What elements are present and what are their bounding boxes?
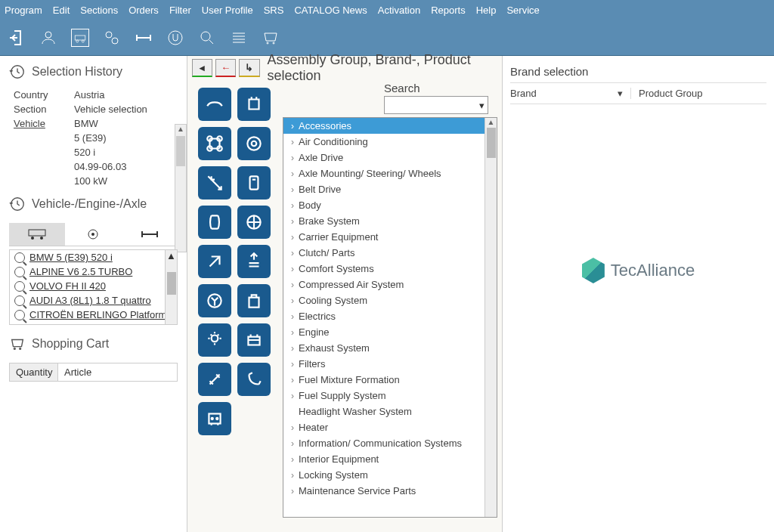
search-input[interactable]: ▾ <box>384 96 488 114</box>
assembly-row[interactable]: ›Cooling System <box>283 292 497 308</box>
wheel-icon[interactable] <box>237 127 271 160</box>
calendar-icon[interactable] <box>198 402 231 435</box>
nav-first[interactable]: ◂ <box>192 59 212 77</box>
assembly-row[interactable]: ›Fuel Mixture Formation <box>283 372 497 388</box>
sparkplug-icon[interactable] <box>198 363 231 396</box>
sidebar: Selection History CountryAustriaSectionV… <box>0 56 187 532</box>
vehicle-row[interactable]: ALPINE V6 2.5 TURBO <box>10 264 177 279</box>
assembly-row[interactable]: ›Fuel Supply System <box>283 388 497 404</box>
menu-orders[interactable]: Orders <box>128 5 159 16</box>
light-icon[interactable] <box>198 323 231 357</box>
assembly-row[interactable]: ›Axle Mounting/ Steering/ Wheels <box>283 165 497 181</box>
assembly-row[interactable]: ›Exhaust System <box>283 340 497 356</box>
vehicle-row[interactable]: AUDI A3 (8L1) 1.8 T quattro <box>10 293 177 308</box>
assembly-row[interactable]: ›Body <box>283 197 497 213</box>
assembly-row[interactable]: ›Engine <box>283 324 497 340</box>
wiper-icon[interactable] <box>198 166 231 200</box>
list-icon[interactable] <box>230 29 248 47</box>
assembly-list: ›Accessories›Air Conditioning›Axle Drive… <box>283 117 497 518</box>
assembly-row[interactable]: ›Clutch/ Parts <box>283 245 497 261</box>
u-icon[interactable] <box>166 29 184 47</box>
vehicle-row[interactable]: BMW 5 (E39) 520 i <box>10 250 177 264</box>
menu-activation[interactable]: Activation <box>378 5 420 16</box>
menu-program[interactable]: Program <box>5 5 42 16</box>
search-icon[interactable] <box>198 29 216 47</box>
svg-point-0 <box>45 32 51 38</box>
col-product[interactable]: Product Group <box>631 88 703 99</box>
vehicle-row[interactable]: CITROËN BERLINGO Platform/ <box>10 308 177 322</box>
seat-icon[interactable] <box>237 284 271 317</box>
brake-icon[interactable] <box>237 206 271 239</box>
assembly-row[interactable]: ›Electrics <box>283 308 497 324</box>
steering-icon[interactable] <box>198 284 231 317</box>
history-row: SectionVehicle selection <box>0 102 187 116</box>
suspension-icon[interactable] <box>198 206 231 239</box>
menu-filter[interactable]: Filter <box>169 5 191 16</box>
vea-header: Vehicle-/Engine-/Axle <box>0 188 187 220</box>
menu-reports[interactable]: Reports <box>431 5 466 16</box>
menu-srs[interactable]: SRS <box>264 5 284 16</box>
exit-icon[interactable] <box>8 29 26 47</box>
assembly-row[interactable]: ›Interior Equipment <box>283 451 497 467</box>
chassis-icon[interactable] <box>198 127 231 160</box>
fuel-icon[interactable] <box>237 166 271 200</box>
svg-point-23 <box>212 336 218 342</box>
breadcrumb: Assembly Group, Brand-, Product selectio… <box>268 52 502 84</box>
assembly-row[interactable]: ›Belt Drive <box>283 181 497 197</box>
body-icon[interactable] <box>198 88 231 121</box>
tab-axle[interactable] <box>122 223 178 246</box>
battery-icon[interactable] <box>237 323 271 357</box>
assembly-row[interactable]: ›Compressed Air System <box>283 277 497 292</box>
vehicle-row[interactable]: VOLVO FH II 420 <box>10 279 177 293</box>
svg-point-12 <box>91 233 94 236</box>
cart-columns: Quantity Article <box>9 363 178 382</box>
assembly-row[interactable]: ›Air Conditioning <box>283 134 497 150</box>
history-row: CountryAustria <box>0 88 187 102</box>
axle-icon[interactable] <box>135 29 153 47</box>
assembly-row[interactable]: ›Comfort Systems <box>283 261 497 277</box>
vehicle-icon[interactable] <box>71 29 89 47</box>
assembly-row[interactable]: ›Locking System <box>283 467 497 483</box>
assembly-row[interactable]: ›Accessories <box>283 118 497 134</box>
svg-rect-19 <box>250 176 259 189</box>
user-icon[interactable] <box>39 29 57 47</box>
ac-icon[interactable] <box>237 245 271 278</box>
menu-sections[interactable]: Sections <box>80 5 118 16</box>
assembly-row[interactable]: ›Heater <box>283 419 497 435</box>
assembly-row[interactable]: ›Maintenance Service Parts <box>283 483 497 499</box>
menu-edit[interactable]: Edit <box>53 5 70 16</box>
scrollbar[interactable]: ▲ <box>485 118 497 517</box>
menu-user-profile[interactable]: User Profile <box>202 5 253 16</box>
scrollbar[interactable]: ▲ <box>175 124 187 252</box>
svg-point-4 <box>106 32 112 38</box>
svg-point-5 <box>112 38 118 44</box>
tab-engine[interactable] <box>65 223 121 246</box>
gears-icon[interactable] <box>103 29 121 47</box>
tab-vehicle[interactable] <box>9 223 65 246</box>
category-grid <box>187 80 278 532</box>
assembly-row[interactable]: ›Brake System <box>283 213 497 229</box>
history-header: Selection History <box>0 56 187 88</box>
assembly-row[interactable]: ›Headlight Washer System <box>283 404 497 419</box>
assembly-row[interactable]: ›Filters <box>283 356 497 372</box>
history-row: 520 i <box>0 145 187 159</box>
engine-icon[interactable] <box>237 88 271 121</box>
assembly-row[interactable]: ›Axle Drive <box>283 150 497 165</box>
menu-help[interactable]: Help <box>476 5 497 16</box>
assembly-row[interactable]: ›Carrier Equipment <box>283 229 497 245</box>
cart-icon[interactable] <box>262 29 280 47</box>
scrollbar[interactable]: ▲ <box>165 250 177 324</box>
nav-back[interactable]: ← <box>215 59 236 77</box>
nav-forward[interactable]: ↳ <box>239 59 259 77</box>
col-brand[interactable]: Brand▾ <box>510 88 631 99</box>
menu-service[interactable]: Service <box>506 5 539 16</box>
assembly-row[interactable]: ›Information/ Communication Systems <box>283 435 497 451</box>
search-label: Search <box>278 82 497 94</box>
menu-catalog-news[interactable]: CATALOG News <box>294 5 367 16</box>
tool-icon[interactable] <box>198 245 231 278</box>
exhaust-icon[interactable] <box>237 363 271 396</box>
svg-point-10 <box>40 237 43 240</box>
toolbar <box>0 20 774 56</box>
svg-point-18 <box>252 141 257 147</box>
dropdown-icon: ▾ <box>479 100 485 111</box>
